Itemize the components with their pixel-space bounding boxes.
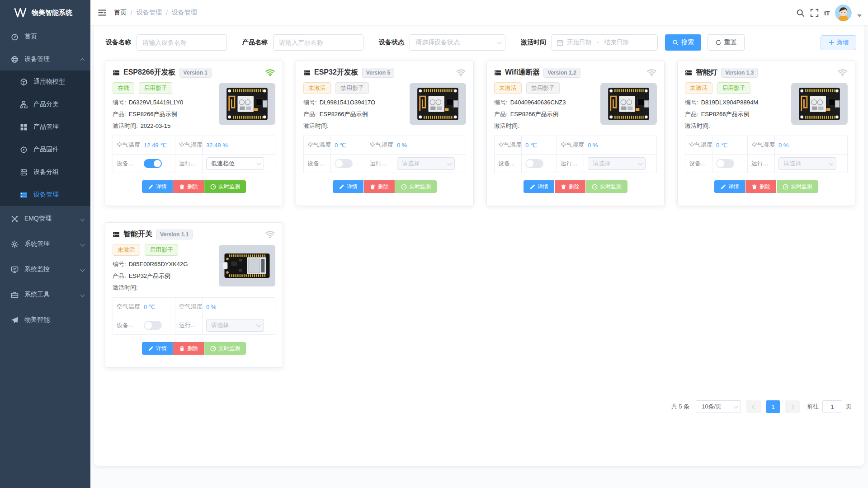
device-switch-toggle[interactable] [525, 159, 543, 168]
device-active-time: 2022-03-15 [141, 122, 171, 129]
page-size-select[interactable]: 10条/页 [696, 400, 741, 413]
run-mode-select[interactable]: 低速档位 [206, 157, 264, 170]
sidebar-item-thing-model[interactable]: 通用物模型 [0, 70, 90, 93]
server-icon [303, 69, 311, 76]
device-image [410, 83, 466, 125]
run-mode-placeholder: 请选择 [211, 321, 256, 329]
sidebar: 物美智能系统 首页 设备管理 通用物模型 产品分类 产品管理 [0, 0, 90, 488]
chip-icon [20, 146, 28, 154]
fullscreen-icon[interactable] [810, 9, 819, 17]
shadow-badge: 启用影子 [145, 244, 178, 256]
temp-label: 空气温度 [495, 136, 522, 155]
sidebar-item-product-firmware[interactable]: 产品固件 [0, 138, 90, 161]
device-number: D6329VL54419L1Y0 [129, 99, 184, 106]
font-size-icon[interactable]: tT [824, 9, 830, 17]
reset-button[interactable]: 重置 [708, 34, 745, 51]
sidebar-item-label: 首页 [24, 33, 37, 41]
device-number-row: 编号:DL9981541O39417O [303, 97, 405, 108]
trash-icon [370, 184, 376, 190]
device-switch-toggle[interactable] [144, 321, 162, 330]
run-mode-placeholder: 请选择 [402, 160, 447, 168]
trash-icon [179, 346, 185, 352]
search-icon[interactable] [796, 9, 805, 17]
status-badge: 未激活 [303, 82, 331, 94]
chevron-down-icon [80, 242, 85, 246]
detail-button[interactable]: 详情 [142, 180, 173, 193]
device-name-input[interactable] [137, 34, 227, 51]
device-product-row: 产品:ESP8266产品示例 [113, 108, 214, 120]
sidebar-group-device-management[interactable]: 设备管理 [0, 48, 90, 70]
next-page-button[interactable] [785, 400, 800, 413]
run-mode-select[interactable]: 请选择 [588, 157, 646, 170]
device-switch-toggle[interactable] [144, 159, 162, 168]
gauge-icon [592, 184, 598, 190]
delete-button[interactable]: 删除 [173, 180, 204, 193]
temp-label: 空气温度 [304, 136, 331, 155]
device-number-row: 编号:D819DLX904P8894M [685, 97, 787, 108]
breadcrumb-home[interactable]: 首页 [114, 9, 127, 17]
sidebar-group-system-tools[interactable]: 系统工具 [0, 282, 90, 307]
trash-icon [179, 184, 185, 190]
sidebar-item-home[interactable]: 首页 [0, 25, 90, 48]
device-properties-table: 空气温度 0 ℃ 空气湿度 0 % 设备... 运行... 请选择 [494, 136, 657, 173]
pen-icon [148, 346, 154, 352]
product-name-input[interactable] [273, 34, 363, 51]
humidity-label: 空气湿度 [748, 136, 775, 155]
realtime-monitor-button-disabled: 实时监测 [395, 180, 437, 193]
detail-button[interactable]: 详情 [142, 342, 173, 355]
device-status-select[interactable]: 请选择设备状态 [410, 34, 505, 51]
detail-button[interactable]: 详情 [333, 180, 363, 193]
goto-page-input[interactable] [822, 400, 842, 413]
add-device-button[interactable]: 新增 [821, 35, 856, 50]
delete-button[interactable]: 删除 [555, 180, 585, 193]
device-title: 智能开关 [123, 230, 152, 239]
esp32-board-image [221, 246, 274, 285]
sidebar-submenu: 通用物模型 产品分类 产品管理 产品固件 设备分组 设备管理 [0, 70, 90, 206]
humidity-value: 0 % [775, 136, 848, 155]
device-number: D819DLX904P8894M [701, 99, 758, 106]
device-active-time-row: 激活时间: [494, 120, 596, 132]
sidebar-item-product-category[interactable]: 产品分类 [0, 93, 90, 116]
sidebar-group-system-monitor[interactable]: 系统监控 [0, 257, 90, 282]
realtime-monitor-button[interactable]: 实时监测 [204, 180, 246, 193]
app-logo[interactable]: 物美智能系统 [0, 0, 90, 25]
sidebar-group-system-management[interactable]: 系统管理 [0, 231, 90, 257]
sidebar-group-label: 系统工具 [24, 291, 50, 299]
app-title: 物美智能系统 [32, 9, 72, 17]
avatar[interactable] [835, 5, 852, 21]
run-mode-value: 低速档位 [211, 160, 256, 168]
add-button-label: 新增 [837, 38, 849, 47]
detail-button[interactable]: 详情 [714, 180, 745, 193]
version-badge: Version 1.1 [156, 230, 193, 239]
wifi-online-icon [265, 67, 275, 78]
chevron-up-icon [80, 58, 85, 62]
sidebar-item-device-group[interactable]: 设备分组 [0, 161, 90, 183]
detail-button[interactable]: 详情 [524, 180, 554, 193]
active-time-range-picker[interactable]: 开始日期 - 结束日期 [552, 34, 658, 51]
sidebar-group-label: 系统监控 [24, 265, 50, 273]
globe-icon [11, 56, 19, 63]
chevron-down-icon [80, 292, 85, 297]
prev-page-button[interactable] [746, 400, 761, 413]
sidebar-item-product-management[interactable]: 产品管理 [0, 116, 90, 138]
sidebar-collapse-icon[interactable] [98, 8, 107, 17]
device-number: DL9981541O39417O [320, 99, 376, 106]
delete-button[interactable]: 删除 [364, 180, 395, 193]
refresh-icon [715, 39, 722, 46]
device-switch-toggle[interactable] [335, 159, 353, 168]
sidebar-item-device-management-active[interactable]: 设备管理 [0, 183, 90, 206]
wifi-offline-icon [646, 67, 657, 78]
sidebar-item-brand[interactable]: 物美智能 [0, 307, 90, 333]
delete-button[interactable]: 删除 [173, 342, 204, 355]
run-mode-select[interactable]: 请选择 [206, 319, 264, 332]
page-number-current[interactable]: 1 [766, 400, 780, 413]
run-mode-select[interactable]: 请选择 [397, 157, 455, 170]
sidebar-group-emq[interactable]: EMQ管理 [0, 206, 90, 231]
caret-down-icon[interactable] [857, 14, 862, 17]
search-button[interactable]: 搜索 [665, 34, 701, 51]
monitor-icon [11, 266, 19, 273]
chevron-down-icon [733, 404, 738, 408]
delete-button[interactable]: 删除 [745, 180, 776, 193]
device-switch-toggle[interactable] [716, 159, 734, 168]
run-mode-select[interactable]: 请选择 [778, 157, 836, 170]
